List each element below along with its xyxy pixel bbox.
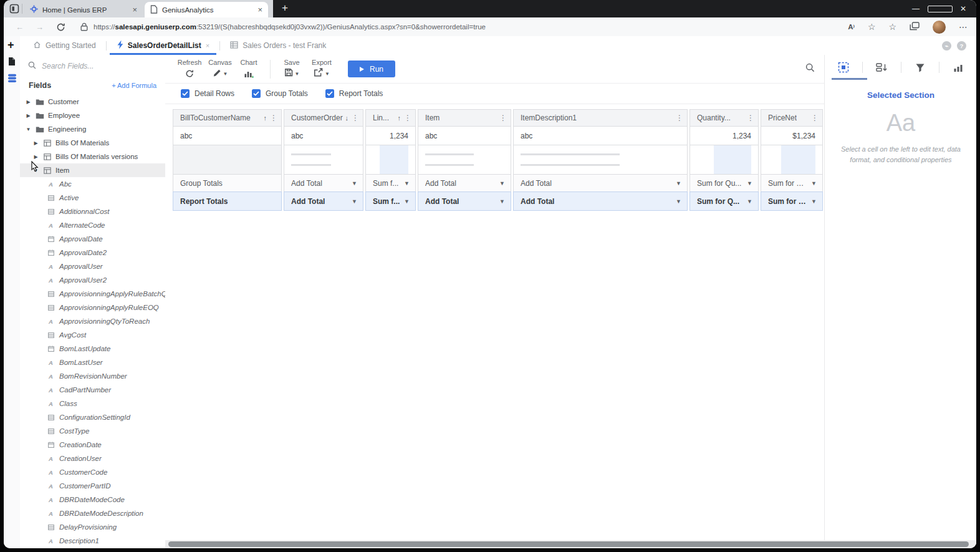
add-icon[interactable]: + [7,39,14,52]
export-button[interactable]: Export ▼ [307,59,337,79]
field-tree-item-approvisionningapplyrulebatchqty[interactable]: ApprovisionningApplyRuleBatchQty [20,287,165,301]
column-menu-icon[interactable]: ⋮ [499,114,507,122]
field-tree-item-approvisionningqtytoreach[interactable]: AApprovisionningQtyToReach [20,314,165,328]
report-total-dropdown[interactable]: Add Total▼ [418,191,511,211]
expand-icon[interactable]: ▶ [26,99,31,105]
report-total-dropdown[interactable]: Sum for P...▼ [761,191,823,211]
collections-icon[interactable] [910,22,920,32]
add-formula-link[interactable]: + Add Formula [112,82,156,89]
field-tree-item-approvaldate2[interactable]: ApprovalDate2 [20,246,165,259]
field-tree-item-engineering[interactable]: ▼Engineering [20,122,165,136]
group-total-dropdown[interactable]: Sum for Qu...▼ [689,174,759,192]
close-report-tab-icon[interactable]: × [206,42,209,49]
group-total-dropdown[interactable]: Sum f...▼ [365,174,416,192]
save-button[interactable]: Save ▼ [278,59,305,79]
field-tree-item-customercode[interactable]: ACustomerCode [20,465,165,479]
search-report-icon[interactable] [805,63,815,75]
field-tree-item-item[interactable]: ▼Item [20,163,165,177]
report-total-dropdown[interactable]: Add Total▼ [284,191,363,211]
column-header-quantity[interactable]: Quantity...⋮ [689,109,759,127]
field-tree-item-bomlastuser[interactable]: ABomLastUser [20,356,165,369]
group-total-dropdown[interactable]: Add Total▼ [513,174,688,192]
browser-tab-home[interactable]: Home | Genius ERP × [24,2,143,17]
filter-tab[interactable] [901,63,939,72]
report-totals-checkbox[interactable]: Report Totals [325,89,383,98]
close-tab-icon[interactable]: × [132,6,137,14]
column-menu-icon[interactable]: ⋮ [352,114,359,122]
url-text[interactable]: https://salesapi.geniuserp.com:53219/(S(… [94,23,486,31]
field-tree-item-bomrevisionnumber[interactable]: ABomRevisionNumber [20,369,165,383]
field-tree-item-approvaluser2[interactable]: AApprovalUser2 [20,273,165,287]
detail-cell[interactable]: 1,234 [689,126,759,145]
column-header-customerorder[interactable]: CustomerOrder↓⋮ [284,109,363,127]
field-tree-item-class[interactable]: AClass [20,397,165,410]
selection-tab[interactable] [825,62,862,73]
field-tree-item-creationuser[interactable]: ACreationUser [20,452,165,465]
new-tab-icon[interactable]: + [282,2,288,14]
lock-icon[interactable] [80,22,88,31]
field-tree-item-approvaldate[interactable]: ApprovalDate [20,232,165,246]
group-total-dropdown[interactable]: Sum for Pr...▼ [761,174,823,192]
group-total-dropdown[interactable]: Add Total▼ [284,174,363,192]
maximize-icon[interactable] [928,0,951,17]
browser-tab-geniusanalytics[interactable]: GeniusAnalytics × [145,2,268,17]
field-tree-item-approvaluser[interactable]: AApprovalUser [20,259,165,273]
column-header-pricenet[interactable]: PriceNet⋮ [761,109,823,127]
add-favorite-icon[interactable]: ☆ [868,22,876,32]
refresh-icon[interactable] [56,22,65,32]
sort-asc-icon[interactable]: ↑ [398,114,401,122]
field-tree-item-dbrdatemodecode[interactable]: ADBRDateModeCode [20,493,165,506]
sort-asc-icon[interactable]: ↑ [264,114,267,122]
expand-icon[interactable]: ▶ [26,113,31,119]
column-menu-icon[interactable]: ⋮ [676,114,683,122]
field-tree-item-customer[interactable]: ▶Customer [20,95,165,109]
detail-cell[interactable]: abc [173,126,282,145]
column-header-itemdescription1[interactable]: ItemDescription1⋮ [513,109,688,127]
field-tree-item-employee[interactable]: ▶Employee [20,109,165,122]
field-tree-item-bills-of-materials-versions[interactable]: ▶Bills Of Materials versions [20,150,165,163]
report-total-dropdown[interactable]: Sum for Q...▼ [689,191,759,211]
column-menu-icon[interactable]: ⋮ [270,114,277,122]
field-tree-item-delayprovisioning[interactable]: DelayProvisioning [20,520,165,534]
sort-desc-icon[interactable]: ↓ [345,114,349,122]
field-tree-item-active[interactable]: Active [20,191,165,205]
group-total-dropdown[interactable]: Add Total▼ [418,174,511,192]
run-button[interactable]: Run [348,61,395,77]
tab-actions-icon[interactable] [9,4,19,16]
read-aloud-icon[interactable]: A⁾ [848,23,855,31]
field-tree-item-approvisionningapplyruleeoq[interactable]: ApprovisionningApplyRuleEOQ [20,301,165,314]
field-tree-item-description2[interactable]: ADescription2 [20,548,165,548]
tab-salesorderdetaillist[interactable]: SalesOrderDetailList × [115,36,212,55]
field-tree-item-abc[interactable]: AAbc [20,177,165,191]
close-icon[interactable]: ✕ [951,0,975,17]
report-total-dropdown[interactable]: Add Total▼ [513,191,688,211]
collapse-icon[interactable]: ▼ [33,168,39,173]
column-menu-icon[interactable]: ⋮ [404,114,411,122]
collapse-icon[interactable]: ▼ [26,127,31,132]
field-tree-item-costtype[interactable]: CostType [20,424,165,438]
column-header-billtocustomername[interactable]: BillToCustomerName↑⋮ [173,109,282,127]
favorites-icon[interactable]: ☆ [888,22,896,32]
field-tree-item-bomlastupdate[interactable]: BomLastUpdate [20,342,165,356]
field-tree-item-dbrdatemodedescription[interactable]: ADBRDateModeDescription [20,506,165,520]
field-tree-item-description1[interactable]: ADescription1 [20,534,165,548]
sort-tab[interactable] [863,62,900,72]
close-tab-icon[interactable]: × [257,6,262,14]
detail-cell[interactable]: abc [284,126,363,145]
column-header-item[interactable]: Item⋮ [418,109,511,127]
tools-icon[interactable]: ⌁ [942,41,951,51]
detail-cell[interactable]: abc [418,126,511,145]
field-tree-item-customerpartid[interactable]: ACustomerPartID [20,479,165,493]
field-tree-item-configurationsettingid[interactable]: ConfigurationSettingId [20,410,165,424]
help-icon[interactable]: ? [957,41,966,51]
field-tree-item-additionnalcost[interactable]: AdditionnalCost [20,205,165,218]
back-icon[interactable]: ← [16,22,24,32]
scrollbar-thumb[interactable] [168,541,969,547]
expand-icon[interactable]: ▶ [33,140,39,146]
settings-menu-icon[interactable]: ⋯ [959,22,968,32]
group-totals-checkbox[interactable]: Group Totals [252,89,308,98]
column-menu-icon[interactable]: ⋮ [747,114,754,122]
field-tree-item-avgcost[interactable]: AvgCost [20,328,165,342]
canvas-button[interactable]: Canvas ▼ [205,59,235,79]
detail-rows-checkbox[interactable]: Detail Rows [181,89,234,98]
